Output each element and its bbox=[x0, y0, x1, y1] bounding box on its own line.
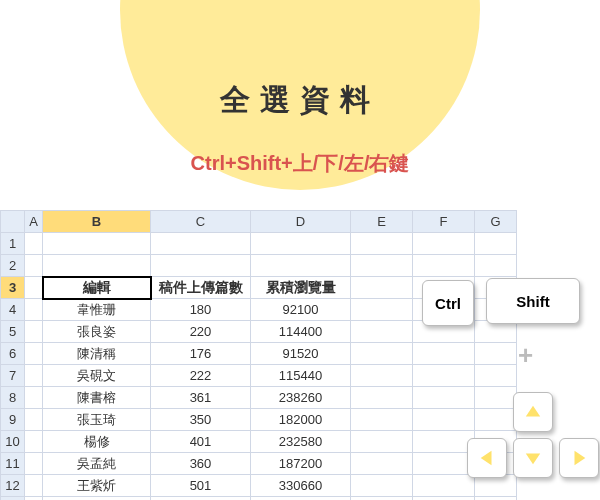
cell-name[interactable]: 張良姿 bbox=[43, 321, 151, 343]
cell-value[interactable]: 115440 bbox=[251, 365, 351, 387]
cell[interactable] bbox=[475, 343, 517, 365]
select-all-corner[interactable] bbox=[1, 211, 25, 233]
col-header-G[interactable]: G bbox=[475, 211, 517, 233]
col-header-F[interactable]: F bbox=[413, 211, 475, 233]
cell[interactable] bbox=[475, 233, 517, 255]
cell-value[interactable]: 220 bbox=[151, 321, 251, 343]
cell-value[interactable]: 114400 bbox=[251, 321, 351, 343]
row-header[interactable]: 13 bbox=[1, 497, 25, 501]
cell-value[interactable]: 238260 bbox=[251, 387, 351, 409]
cell[interactable] bbox=[43, 255, 151, 277]
cell[interactable] bbox=[251, 497, 351, 501]
row-header[interactable]: 5 bbox=[1, 321, 25, 343]
cell[interactable] bbox=[25, 233, 43, 255]
row-header[interactable]: 11 bbox=[1, 453, 25, 475]
cell[interactable] bbox=[413, 475, 475, 497]
row-header[interactable]: 10 bbox=[1, 431, 25, 453]
cell[interactable] bbox=[351, 299, 413, 321]
cell[interactable] bbox=[251, 255, 351, 277]
cell[interactable] bbox=[351, 497, 413, 501]
cell[interactable] bbox=[25, 255, 43, 277]
cell-value[interactable]: 360 bbox=[151, 453, 251, 475]
cell[interactable] bbox=[25, 431, 43, 453]
cell[interactable] bbox=[25, 343, 43, 365]
cell[interactable] bbox=[151, 255, 251, 277]
cell[interactable] bbox=[351, 475, 413, 497]
table-header-editor[interactable]: 編輯 bbox=[43, 277, 151, 299]
cell[interactable] bbox=[25, 365, 43, 387]
cell[interactable] bbox=[351, 431, 413, 453]
row-header[interactable]: 12 bbox=[1, 475, 25, 497]
cell-name[interactable]: 吳硯文 bbox=[43, 365, 151, 387]
cell[interactable] bbox=[413, 453, 475, 475]
col-header-C[interactable]: C bbox=[151, 211, 251, 233]
cell[interactable] bbox=[351, 453, 413, 475]
cell[interactable] bbox=[413, 255, 475, 277]
cell[interactable] bbox=[25, 409, 43, 431]
row-header[interactable]: 9 bbox=[1, 409, 25, 431]
row-header[interactable]: 4 bbox=[1, 299, 25, 321]
row-header[interactable]: 8 bbox=[1, 387, 25, 409]
cell-value[interactable]: 187200 bbox=[251, 453, 351, 475]
cell-name[interactable]: 吳孟純 bbox=[43, 453, 151, 475]
cell-value[interactable]: 330660 bbox=[251, 475, 351, 497]
cell[interactable] bbox=[151, 497, 251, 501]
cell-name[interactable]: 陳書榕 bbox=[43, 387, 151, 409]
cell[interactable] bbox=[413, 343, 475, 365]
cell[interactable] bbox=[43, 233, 151, 255]
cell-value[interactable]: 401 bbox=[151, 431, 251, 453]
cell-value[interactable]: 350 bbox=[151, 409, 251, 431]
cell[interactable] bbox=[475, 387, 517, 409]
cell[interactable] bbox=[25, 497, 43, 501]
cell[interactable] bbox=[25, 453, 43, 475]
cell[interactable] bbox=[151, 233, 251, 255]
cell[interactable] bbox=[351, 321, 413, 343]
cell[interactable] bbox=[475, 409, 517, 431]
cell[interactable] bbox=[413, 365, 475, 387]
cell-name[interactable]: 陳清稱 bbox=[43, 343, 151, 365]
row-header[interactable]: 1 bbox=[1, 233, 25, 255]
cell[interactable] bbox=[413, 431, 475, 453]
table-header-views[interactable]: 累積瀏覽量 bbox=[251, 277, 351, 299]
cell-value[interactable]: 361 bbox=[151, 387, 251, 409]
col-header-A[interactable]: A bbox=[25, 211, 43, 233]
cell[interactable] bbox=[351, 255, 413, 277]
cell-value[interactable]: 501 bbox=[151, 475, 251, 497]
cell-value[interactable]: 91520 bbox=[251, 343, 351, 365]
cell[interactable] bbox=[351, 277, 413, 299]
cell[interactable] bbox=[351, 233, 413, 255]
cell[interactable] bbox=[475, 365, 517, 387]
cell[interactable] bbox=[25, 299, 43, 321]
cell[interactable] bbox=[25, 475, 43, 497]
cell-name[interactable]: 張玉琦 bbox=[43, 409, 151, 431]
col-header-B[interactable]: B bbox=[43, 211, 151, 233]
cell-value[interactable]: 176 bbox=[151, 343, 251, 365]
cell[interactable] bbox=[351, 409, 413, 431]
col-header-D[interactable]: D bbox=[251, 211, 351, 233]
cell-value[interactable]: 232580 bbox=[251, 431, 351, 453]
cell[interactable] bbox=[25, 387, 43, 409]
cell[interactable] bbox=[413, 387, 475, 409]
table-header-uploads[interactable]: 稿件上傳篇數 bbox=[151, 277, 251, 299]
row-header[interactable]: 2 bbox=[1, 255, 25, 277]
cell[interactable] bbox=[413, 233, 475, 255]
cell[interactable] bbox=[25, 321, 43, 343]
col-header-E[interactable]: E bbox=[351, 211, 413, 233]
cell[interactable] bbox=[251, 233, 351, 255]
spreadsheet[interactable]: A B C D E F G 1 2 3 編輯 稿件上傳篇數 累積瀏覽量 4韋惟珊… bbox=[0, 210, 517, 500]
cell-value[interactable]: 180 bbox=[151, 299, 251, 321]
cell[interactable] bbox=[351, 343, 413, 365]
cell[interactable] bbox=[43, 497, 151, 501]
cell-value[interactable]: 92100 bbox=[251, 299, 351, 321]
cell-name[interactable]: 王紫炘 bbox=[43, 475, 151, 497]
row-header[interactable]: 7 bbox=[1, 365, 25, 387]
row-header[interactable]: 3 bbox=[1, 277, 25, 299]
row-header[interactable]: 6 bbox=[1, 343, 25, 365]
cell-name[interactable]: 楊修 bbox=[43, 431, 151, 453]
cell[interactable] bbox=[351, 365, 413, 387]
cell-value[interactable]: 222 bbox=[151, 365, 251, 387]
cell[interactable] bbox=[413, 409, 475, 431]
cell[interactable] bbox=[25, 277, 43, 299]
cell[interactable] bbox=[475, 497, 517, 501]
cell[interactable] bbox=[351, 387, 413, 409]
